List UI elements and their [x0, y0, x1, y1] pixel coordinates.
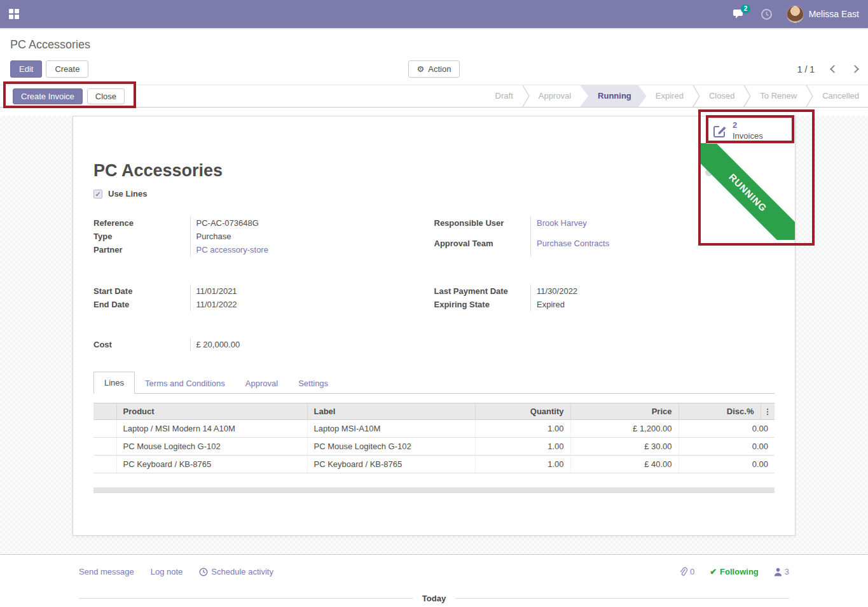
field-label: Approval Team — [434, 237, 531, 257]
close-button[interactable]: Close — [87, 88, 125, 104]
field-group-cost: Cost £ 20,000.00 — [93, 338, 420, 351]
cell-disc: 0.00 — [679, 420, 775, 438]
chatter: Send message Log note Schedule activity … — [0, 554, 868, 607]
stage-approval[interactable]: Approval — [530, 85, 580, 107]
form-view-background: 2 Invoices RUNNING PC Accessories ✓ Use … — [0, 116, 868, 554]
notebook-tabs: Lines Terms and Conditions Approval Sett… — [93, 370, 775, 394]
stage-expired[interactable]: Expired — [647, 85, 692, 107]
field-row: Expiring State Expired — [434, 298, 761, 311]
field-row: Cost £ 20,000.00 — [93, 338, 420, 351]
attachments-button[interactable]: 0 — [679, 567, 694, 576]
column-price[interactable]: Price — [570, 403, 679, 420]
pager-previous-icon[interactable] — [830, 65, 838, 73]
log-note-button[interactable]: Log note — [151, 567, 183, 576]
action-button[interactable]: ⚙ Action — [408, 60, 460, 78]
placeholder-dot — [705, 169, 713, 176]
stage-pipeline: Draft Approval Running Expired Closed To… — [486, 85, 868, 107]
schedule-activity-button[interactable]: Schedule activity — [199, 567, 273, 576]
user-name: Melissa East — [809, 9, 859, 19]
invoices-count: 2 — [733, 120, 763, 130]
partner-link[interactable]: PC accessory-store — [190, 243, 420, 256]
optional-columns-icon[interactable]: ⋮ — [761, 403, 775, 420]
tab-terms-and-conditions[interactable]: Terms and Conditions — [135, 373, 235, 394]
stage-separator-icon — [806, 85, 813, 107]
stage-separator-icon — [522, 85, 530, 107]
tab-approval[interactable]: Approval — [235, 373, 288, 394]
breadcrumb[interactable]: PC Accessories — [10, 38, 858, 52]
activities-menu[interactable] — [761, 8, 773, 20]
invoices-label: Invoices — [733, 131, 763, 141]
edit-button[interactable]: Edit — [10, 60, 42, 78]
tab-lines[interactable]: Lines — [93, 372, 135, 394]
table-row[interactable]: PC Keyboard / KB-8765 PC Keyboard / KB-8… — [93, 456, 775, 473]
following-button[interactable]: ✔ Following — [710, 567, 759, 576]
invoices-stat-button[interactable]: 2 Invoices — [706, 118, 793, 144]
record-title: PC Accessories — [93, 161, 775, 181]
cell-price: £ 1,200.00 — [570, 420, 679, 438]
row-handle-cell — [93, 456, 116, 473]
column-label[interactable]: Label — [307, 403, 475, 420]
row-handle-column — [93, 403, 116, 420]
row-handle-cell — [93, 420, 116, 438]
table-row[interactable]: Laptop / MSI Modern 14 A10M Laptop MSI-A… — [93, 420, 775, 438]
field-group-main-right: Responsible User Brook Harvey Approval T… — [434, 216, 761, 256]
cell-label: PC Mouse Logitech G-102 — [307, 438, 475, 456]
column-product[interactable]: Product — [116, 403, 307, 420]
stage-closed[interactable]: Closed — [700, 85, 743, 107]
check-icon: ✔ — [710, 567, 717, 576]
responsible-user-link[interactable]: Brook Harvey — [531, 216, 761, 237]
attachments-count: 0 — [690, 567, 694, 576]
apps-menu-icon[interactable] — [9, 9, 19, 19]
send-message-button[interactable]: Send message — [79, 567, 134, 576]
table-footer-bar — [93, 487, 775, 493]
field-label: Partner — [93, 243, 190, 256]
pencil-square-icon — [712, 123, 727, 139]
start-date-value: 11/01/2021 — [190, 284, 420, 298]
field-row: Responsible User Brook Harvey — [434, 216, 761, 237]
cell-price: £ 30.00 — [570, 438, 679, 456]
followers-count: 3 — [785, 567, 789, 576]
following-label: Following — [720, 567, 759, 576]
action-button-label: Action — [428, 64, 451, 74]
messages-menu[interactable]: 2 — [733, 9, 747, 20]
field-row: End Date 11/01/2022 — [93, 298, 420, 311]
cell-product: Laptop / MSI Modern 14 A10M — [116, 420, 307, 438]
use-lines-checkbox[interactable]: ✓ — [93, 190, 102, 199]
reference-value: PC-AC-073648G — [190, 216, 420, 230]
stage-cancelled[interactable]: Cancelled — [813, 85, 868, 107]
create-button[interactable]: Create — [46, 60, 88, 78]
cell-disc: 0.00 — [679, 438, 775, 456]
followers-button[interactable]: 3 — [774, 567, 789, 576]
field-row: Start Date 11/01/2021 — [93, 284, 420, 298]
stage-separator-icon — [743, 85, 751, 107]
column-quantity[interactable]: Quantity — [475, 403, 570, 420]
date-divider: Today — [79, 594, 789, 603]
expiring-state-value: Expired — [531, 298, 761, 311]
field-row: Partner PC accessory-store — [93, 243, 420, 256]
checkbox-check-icon: ✓ — [95, 190, 100, 198]
field-group-dates-right: Last Payment Date 11/30/2022 Expiring St… — [434, 284, 761, 311]
lines-table: Product Label Quantity Price Disc.% ⋮ La… — [93, 403, 775, 473]
cost-value: £ 20,000.00 — [190, 338, 420, 351]
tab-settings[interactable]: Settings — [288, 373, 338, 394]
field-group-main-left: Reference PC-AC-073648G Type Purchase Pa… — [93, 216, 420, 256]
control-panel: PC Accessories Edit Create ⚙ Action 1 / … — [0, 28, 868, 85]
pager-next-icon[interactable] — [851, 65, 859, 73]
field-label: Responsible User — [434, 216, 531, 237]
field-label: Type — [93, 230, 190, 243]
pager-counter: 1 / 1 — [797, 64, 815, 74]
stage-to-renew[interactable]: To Renew — [751, 85, 806, 107]
cell-disc: 0.00 — [679, 456, 775, 473]
clock-icon — [761, 8, 773, 20]
top-navbar: 2 Melissa East — [0, 0, 868, 28]
stage-running-active[interactable]: Running — [580, 85, 647, 107]
create-invoice-button[interactable]: Create Invoice — [13, 88, 83, 104]
stage-draft[interactable]: Draft — [486, 85, 522, 107]
field-group-dates-left: Start Date 11/01/2021 End Date 11/01/202… — [93, 284, 420, 311]
column-disc[interactable]: Disc.% — [679, 403, 761, 420]
approval-team-link[interactable]: Purchase Contracts — [531, 237, 761, 257]
clock-icon — [199, 568, 208, 576]
user-menu[interactable]: Melissa East — [787, 6, 859, 23]
table-row[interactable]: PC Mouse Logitech G-102 PC Mouse Logitec… — [93, 438, 775, 456]
field-row: Approval Team Purchase Contracts — [434, 237, 761, 257]
